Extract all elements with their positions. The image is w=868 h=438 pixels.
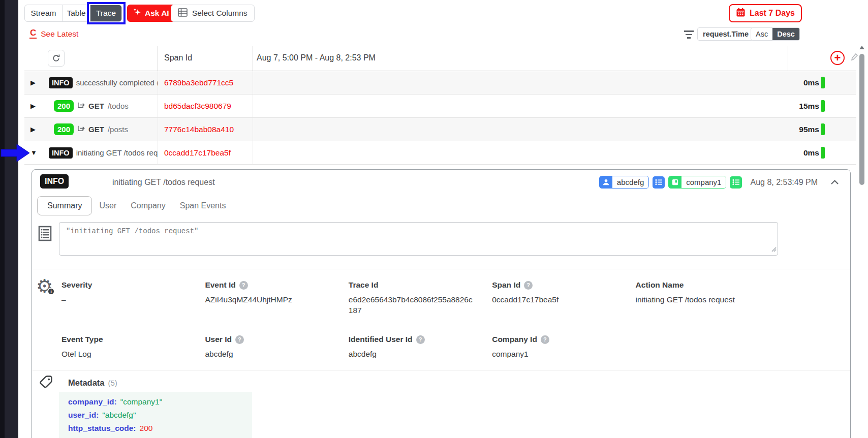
metadata-entry: http_status_code 200 (68, 422, 252, 435)
tab-table[interactable]: Table (62, 5, 90, 21)
collapse-arrow-icon[interactable]: ▼ (30, 141, 37, 164)
http-method: GET (88, 102, 104, 110)
duration-bar (821, 123, 825, 135)
http-path: /posts (108, 125, 128, 134)
span-id-link[interactable]: 7776c14bab08a410 (164, 118, 234, 141)
table-row-expanded[interactable]: ▼ INFO initiating GET /todos requ 0ccadd… (24, 141, 856, 165)
help-icon[interactable]: ? (416, 335, 425, 344)
tab-span-events[interactable]: Span Events (173, 196, 233, 215)
detail-tabs: Summary User Company Span Events (37, 196, 233, 215)
divider (32, 269, 850, 269)
event-title: initiating GET /todos request (112, 178, 215, 187)
sort-field-button[interactable]: request.Time (697, 27, 754, 41)
expand-arrow-icon[interactable]: ▶ (30, 95, 36, 117)
message-list-icon (38, 226, 52, 243)
company-chip[interactable]: company1 (668, 176, 726, 189)
severity-badge: INFO (49, 147, 73, 159)
metadata-entry: user_id "abcdefg" (68, 409, 252, 422)
field-event-type: Event Type Otel Log (61, 335, 205, 359)
status-code-badge: 200 (54, 123, 74, 135)
time-range-column-header: Aug 7, 5:00 PM - Aug 8, 2:53 PM (257, 53, 376, 62)
filter-icon[interactable] (684, 30, 694, 39)
tab-company[interactable]: Company (123, 196, 172, 215)
sort-direction-switch: Asc Desc (751, 27, 800, 41)
duration-cell: 15ms (799, 95, 825, 117)
company-icon (669, 176, 681, 188)
edit-pencil-icon[interactable] (851, 53, 858, 63)
resize-handle[interactable] (771, 245, 777, 254)
collapse-chevron-icon[interactable] (830, 179, 839, 185)
table-header: Span Id Aug 7, 5:00 PM - Aug 8, 2:53 PM … (24, 46, 856, 71)
user-chip-label: abcdefg (612, 176, 648, 188)
duration-value: 0ms (803, 78, 819, 87)
http-method: GET (88, 125, 104, 134)
refresh-button[interactable] (48, 50, 65, 67)
field-user-id: User Id? abcdefg (205, 335, 348, 359)
company-chip-label: company1 (681, 176, 726, 188)
severity-badge: INFO (49, 77, 73, 88)
message-text: "initiating GET /todos request" (66, 227, 198, 235)
table-row[interactable]: ▶ 200 GET /todos bd65dacf3c980679 15ms (24, 95, 856, 118)
duration-bar (821, 77, 825, 88)
add-column-button[interactable]: + (830, 51, 845, 65)
see-latest-label: See Latest (41, 29, 78, 39)
refresh-c-icon: C (29, 28, 37, 39)
sort-desc-button[interactable]: Desc (772, 28, 799, 40)
field-severity: Severity – (61, 280, 205, 316)
duration-bar (821, 100, 825, 112)
expand-arrow-icon[interactable]: ▶ (30, 118, 36, 141)
app-root: Stream Table Trace Ask AI Select Columns… (0, 0, 868, 438)
outbound-request-icon (77, 124, 85, 134)
vertical-scrollbar[interactable] (859, 45, 865, 438)
see-latest-button[interactable]: C See Latest (29, 28, 78, 39)
table-row[interactable]: ▶ INFO successfully completed ( 6789ba3e… (24, 71, 856, 95)
duration-bar (821, 147, 825, 159)
tab-user[interactable]: User (92, 196, 123, 215)
duration-cell: 0ms (803, 141, 825, 164)
span-id-column-header: Span Id (164, 53, 192, 62)
sidebar-rail (0, 0, 5, 438)
scrollbar-thumb[interactable] (859, 54, 864, 185)
field-event-id: Event Id? AZiI4u3qMZ44UhjtHMPz (205, 280, 348, 316)
http-path: /todos (108, 102, 129, 110)
help-icon[interactable]: ? (235, 335, 244, 344)
field-trace-id: Trace Id e6d2e65643b7b4c8086f255a8826c18… (349, 280, 492, 316)
event-fields: Severity – Event Id? AZiI4u3qMZ44UhjtHMP… (61, 280, 779, 359)
company-details-list-button[interactable] (730, 176, 742, 189)
severity-badge: INFO (40, 174, 69, 189)
table-row[interactable]: ▶ 200 GET /posts 7776c14bab08a410 95ms (24, 118, 856, 141)
duration-value: 0ms (803, 148, 819, 158)
span-id-link[interactable]: 6789ba3ebd771cc5 (164, 71, 233, 94)
span-id-link[interactable]: 0ccadd17c17bea5f (164, 141, 231, 164)
event-timestamp: Aug 8, 2:53:49 PM (750, 178, 818, 187)
user-chip[interactable]: abcdefg (599, 176, 649, 189)
metadata-count: (5) (108, 379, 117, 387)
event-detail-panel: INFO initiating GET /todos request abcde… (32, 169, 851, 438)
message-textarea[interactable]: "initiating GET /todos request" (59, 222, 778, 256)
field-span-id: Span Id? 0ccadd17c17bea5f (492, 280, 635, 316)
select-columns-button[interactable]: Select Columns (171, 5, 255, 22)
table-grid-icon (178, 8, 188, 19)
expand-arrow-icon[interactable]: ▶ (30, 71, 36, 94)
date-range-button[interactable]: Last 7 Days (729, 4, 802, 22)
calendar-icon (736, 8, 746, 19)
help-icon[interactable]: ? (239, 281, 248, 290)
sparkle-icon (133, 8, 141, 18)
tab-stream[interactable]: Stream (25, 5, 62, 21)
span-id-link[interactable]: bd65dacf3c980679 (164, 95, 231, 117)
ask-ai-button[interactable]: Ask AI (127, 5, 175, 22)
row-message: successfully completed ( (76, 78, 158, 87)
annotation-arrow (0, 143, 30, 165)
metadata-title: Metadata (68, 378, 105, 388)
duration-cell: 0ms (803, 71, 825, 94)
sort-asc-button[interactable]: Asc (751, 28, 772, 40)
field-identified-user-id: Identified User Id? abcdefg (349, 335, 492, 359)
help-icon[interactable]: ? (541, 335, 549, 344)
date-range-label: Last 7 Days (750, 9, 795, 18)
user-details-list-button[interactable] (653, 176, 665, 189)
divider (32, 370, 850, 370)
help-icon[interactable]: ? (524, 281, 533, 290)
duration-cell: 95ms (799, 118, 825, 141)
tab-summary[interactable]: Summary (37, 196, 92, 215)
scroll-up-icon[interactable] (859, 46, 864, 49)
